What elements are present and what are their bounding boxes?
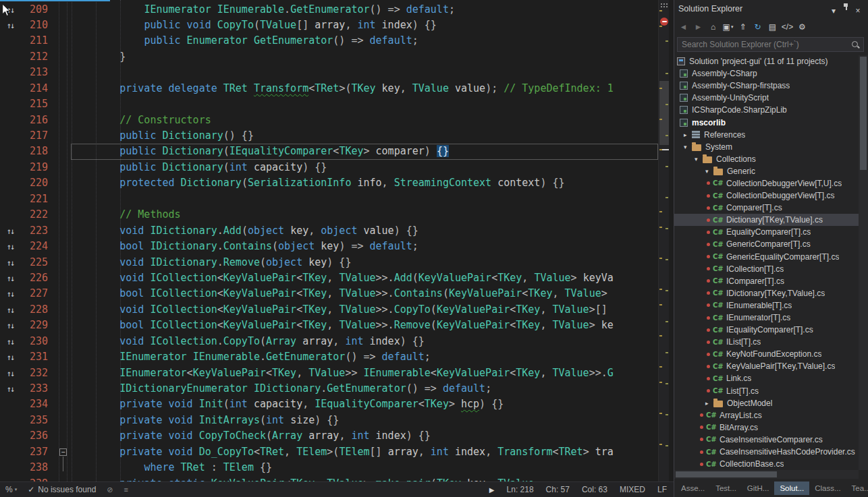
tree-item[interactable]: Solution 'project-gui' (11 of 11 project…: [674, 55, 859, 67]
tree-item[interactable]: C#GenericEqualityComparer[T].cs: [674, 251, 859, 263]
window-position-button[interactable]: ▾: [828, 5, 840, 17]
line-ending-indicator[interactable]: LF: [657, 485, 667, 494]
switch-views-button[interactable]: ▣▾: [721, 20, 735, 34]
tree-item[interactable]: C#BitArray.cs: [674, 421, 859, 434]
chevron-expanded-icon[interactable]: ▾: [705, 168, 713, 175]
code-line[interactable]: ↑↓210 public void CopyTo(TValue[] array,…: [0, 18, 658, 33]
scrollbar-thumb[interactable]: [860, 57, 867, 170]
search-input[interactable]: [678, 40, 848, 49]
code-line[interactable]: ↑↓225 void IDictionary.Remove(object key…: [0, 255, 658, 270]
code-line[interactable]: 221: [0, 192, 658, 207]
breakpoint-margin[interactable]: [0, 476, 20, 481]
tree-item[interactable]: ▾Generic: [674, 165, 859, 177]
breakpoint-margin[interactable]: ↑↓: [0, 302, 20, 318]
tree-item[interactable]: C#GenericComparer[T].cs: [674, 238, 859, 250]
breakpoint-margin[interactable]: ↑↓: [0, 255, 20, 270]
code-line[interactable]: ↑↓227 bool ICollection<KeyValuePair<TKey…: [0, 286, 658, 301]
code-line[interactable]: 218 public Dictionary(IEqualityComparer<…: [0, 144, 658, 159]
code-line[interactable]: ↑↓231 IEnumerator IEnumerable.GetEnumera…: [0, 349, 658, 365]
code-line[interactable]: 219 public Dictionary(int capacity) {}: [0, 160, 658, 175]
tree-item[interactable]: ▸ObjectModel: [674, 397, 859, 409]
code-line[interactable]: 216 // Constructors: [0, 113, 658, 128]
tree-item[interactable]: C#CaseInsensitiveComparer.cs: [674, 434, 859, 446]
tree-item[interactable]: C#IDictionary[TKey,TValue].cs: [674, 287, 859, 299]
code-line[interactable]: 239 private static KeyValuePair<TKey, TV…: [0, 476, 658, 481]
breakpoint-margin[interactable]: [0, 444, 20, 460]
tree-item[interactable]: C#IEnumerable[T].cs: [674, 299, 859, 312]
tree-item[interactable]: C#Dictionary[TKey,TValue].cs: [674, 214, 859, 226]
show-all-files-button[interactable]: ▤: [765, 20, 780, 34]
sync-with-active-document-button[interactable]: ↻: [751, 20, 765, 34]
code-editor[interactable]: ↑↓209 IEnumerator IEnumerable.GetEnumera…: [0, 0, 658, 481]
tree-item[interactable]: C#EqualityComparer[T].cs: [674, 226, 859, 238]
panel-sash[interactable]: [669, 0, 674, 481]
editor-vertical-scrollbar[interactable]: [658, 0, 669, 481]
breakpoint-margin[interactable]: [0, 207, 20, 223]
code-line[interactable]: ↑↓232 IEnumerator<KeyValuePair<TKey, TVa…: [0, 366, 658, 381]
tree-item[interactable]: C#CollectionDebuggerView[T,U].cs: [674, 177, 859, 189]
code-line[interactable]: 238 where TRet : TElem {}: [0, 460, 658, 475]
column-indicator[interactable]: Col: 63: [582, 485, 607, 494]
tree-item[interactable]: C#ArrayList.cs: [674, 409, 859, 421]
tree-item[interactable]: ▾Collections: [674, 153, 859, 165]
home-button[interactable]: ⌂: [706, 20, 720, 34]
chevron-collapsed-icon[interactable]: ▸: [684, 131, 692, 138]
tree-horizontal-scrollbar[interactable]: [674, 470, 859, 479]
breakpoint-margin[interactable]: [0, 428, 20, 444]
tree-item[interactable]: Assembly-CSharp: [674, 67, 859, 80]
zoom-control[interactable]: % ▾: [5, 485, 17, 494]
tree-item[interactable]: C#KeyValuePair[TKey,TValue].cs: [674, 360, 859, 372]
tree-vertical-scrollbar[interactable]: [859, 55, 868, 470]
code-line[interactable]: 222 // Methods: [0, 207, 658, 223]
view-code-button[interactable]: </>: [780, 20, 794, 34]
code-line[interactable]: 236 private void CopyToCheck(Array array…: [0, 428, 658, 444]
close-button[interactable]: ×: [852, 5, 864, 17]
breakpoint-margin[interactable]: [0, 413, 20, 428]
code-line[interactable]: 217 public Dictionary() {}: [0, 128, 658, 144]
panel-tab[interactable]: Solut...: [774, 481, 809, 495]
panel-tab[interactable]: Test...: [710, 481, 742, 495]
tree-item[interactable]: C#CaseInsensitiveHashCodeProvider.cs: [674, 446, 859, 458]
tree-item[interactable]: C#List[T].cs: [674, 385, 859, 397]
breakpoint-margin[interactable]: [0, 160, 20, 175]
chevron-collapsed-icon[interactable]: ▸: [705, 400, 713, 407]
code-line[interactable]: 220 protected Dictionary(SerializationIn…: [0, 175, 658, 191]
tree-item[interactable]: Assembly-UnityScript: [674, 92, 859, 104]
collapse-all-button[interactable]: ⇑: [736, 20, 750, 34]
code-line[interactable]: ↑↓209 IEnumerator IEnumerable.GetEnumera…: [0, 2, 658, 18]
code-line[interactable]: 237 private void Do_CopyTo<TRet, TElem>(…: [0, 444, 658, 460]
breakpoint-margin[interactable]: [0, 175, 20, 191]
breakpoint-margin[interactable]: ↑↓: [0, 239, 20, 254]
code-line[interactable]: ↑↓224 bool IDictionary.Contains(object k…: [0, 239, 658, 254]
tree-item[interactable]: ▸References: [674, 129, 859, 141]
tree-item[interactable]: C#IEqualityComparer[T].cs: [674, 324, 859, 336]
code-line[interactable]: 234 private void Init(int capacity, IEqu…: [0, 397, 658, 412]
pin-button[interactable]: [840, 1, 852, 13]
tree-item[interactable]: C#CollectionDebuggerView[T].cs: [674, 189, 859, 202]
breakpoint-margin[interactable]: [0, 49, 20, 65]
chevron-expanded-icon[interactable]: ▾: [695, 156, 703, 163]
code-line[interactable]: 212 }: [0, 49, 658, 65]
breakpoint-margin[interactable]: [0, 65, 20, 80]
search-icon[interactable]: [851, 40, 860, 49]
code-line[interactable]: 215: [0, 96, 658, 112]
code-line[interactable]: 235 private void InitArrays(int size) {}: [0, 413, 658, 428]
code-line[interactable]: ↑↓228 void ICollection<KeyValuePair<TKey…: [0, 302, 658, 318]
breakpoint-margin[interactable]: ↑↓: [0, 381, 20, 397]
tree-item[interactable]: C#IList[T].cs: [674, 336, 859, 348]
breakpoint-margin[interactable]: ↑↓: [0, 334, 20, 349]
breakpoint-margin[interactable]: ↑↓: [0, 18, 20, 33]
tree-item[interactable]: C#IComparer[T].cs: [674, 275, 859, 287]
tree-item[interactable]: mscorlib: [674, 116, 859, 128]
tree-item[interactable]: C#CollectionBase.cs: [674, 458, 859, 470]
chevron-expanded-icon[interactable]: ▾: [684, 144, 692, 150]
tree-item[interactable]: ICSharpCode.SharpZipLib: [674, 104, 859, 116]
tree-item[interactable]: C#IEnumerator[T].cs: [674, 312, 859, 324]
properties-button[interactable]: ⚙: [795, 20, 809, 34]
panel-tab[interactable]: GitH...: [742, 481, 775, 495]
back-button[interactable]: ◄: [676, 20, 690, 34]
code-line[interactable]: ↑↓223 void IDictionary.Add(object key, o…: [0, 223, 658, 239]
list-icon[interactable]: ≡: [124, 486, 128, 494]
breakpoint-margin[interactable]: [0, 128, 20, 144]
splitter-grip-icon[interactable]: [661, 3, 662, 5]
